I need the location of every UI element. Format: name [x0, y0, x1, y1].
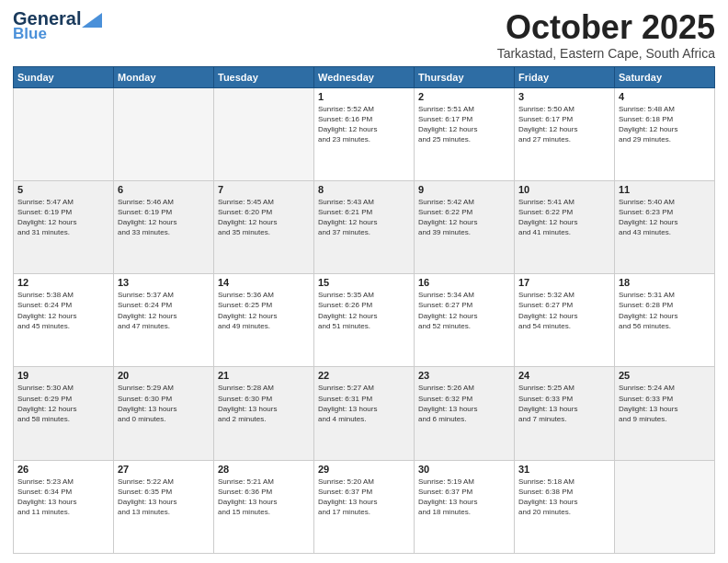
calendar-cell	[14, 87, 114, 180]
day-number: 3	[518, 91, 610, 102]
day-detail: Sunrise: 5:47 AM Sunset: 6:19 PM Dayligh…	[17, 197, 109, 238]
week-row-1: 1Sunrise: 5:52 AM Sunset: 6:16 PM Daylig…	[14, 87, 715, 180]
calendar-cell: 27Sunrise: 5:22 AM Sunset: 6:35 PM Dayli…	[114, 460, 214, 553]
calendar-cell: 22Sunrise: 5:27 AM Sunset: 6:31 PM Dayli…	[314, 367, 415, 460]
header: General Blue October 2025 Tarkastad, Eas…	[13, 9, 715, 61]
day-number: 21	[218, 370, 310, 381]
calendar-cell: 16Sunrise: 5:34 AM Sunset: 6:27 PM Dayli…	[415, 274, 515, 367]
calendar-cell: 14Sunrise: 5:36 AM Sunset: 6:25 PM Dayli…	[214, 274, 314, 367]
day-detail: Sunrise: 5:51 AM Sunset: 6:17 PM Dayligh…	[418, 104, 510, 145]
calendar-cell: 19Sunrise: 5:30 AM Sunset: 6:29 PM Dayli…	[14, 367, 114, 460]
day-number: 11	[619, 184, 711, 195]
calendar-table: SundayMondayTuesdayWednesdayThursdayFrid…	[13, 66, 715, 554]
calendar-cell: 29Sunrise: 5:20 AM Sunset: 6:37 PM Dayli…	[314, 460, 415, 553]
day-detail: Sunrise: 5:35 AM Sunset: 6:26 PM Dayligh…	[318, 290, 410, 331]
week-row-2: 5Sunrise: 5:47 AM Sunset: 6:19 PM Daylig…	[14, 180, 715, 273]
day-number: 7	[218, 184, 310, 195]
day-number: 31	[518, 464, 610, 475]
calendar-cell: 26Sunrise: 5:23 AM Sunset: 6:34 PM Dayli…	[14, 460, 114, 553]
weekday-header-wednesday: Wednesday	[314, 66, 415, 87]
calendar-cell: 11Sunrise: 5:40 AM Sunset: 6:23 PM Dayli…	[615, 180, 715, 273]
day-detail: Sunrise: 5:25 AM Sunset: 6:33 PM Dayligh…	[518, 383, 610, 424]
calendar-cell: 21Sunrise: 5:28 AM Sunset: 6:30 PM Dayli…	[214, 367, 314, 460]
calendar-cell: 28Sunrise: 5:21 AM Sunset: 6:36 PM Dayli…	[214, 460, 314, 553]
weekday-header-saturday: Saturday	[615, 66, 715, 87]
weekday-header-thursday: Thursday	[415, 66, 515, 87]
day-number: 8	[318, 184, 410, 195]
calendar-cell: 12Sunrise: 5:38 AM Sunset: 6:24 PM Dayli…	[14, 274, 114, 367]
day-detail: Sunrise: 5:42 AM Sunset: 6:22 PM Dayligh…	[418, 197, 510, 238]
day-number: 10	[518, 184, 610, 195]
calendar-cell: 13Sunrise: 5:37 AM Sunset: 6:24 PM Dayli…	[114, 274, 214, 367]
day-number: 24	[518, 370, 610, 381]
day-detail: Sunrise: 5:37 AM Sunset: 6:24 PM Dayligh…	[118, 290, 210, 331]
day-number: 19	[17, 370, 109, 381]
day-number: 6	[118, 184, 210, 195]
calendar-cell: 20Sunrise: 5:29 AM Sunset: 6:30 PM Dayli…	[114, 367, 214, 460]
day-number: 26	[17, 464, 109, 475]
day-detail: Sunrise: 5:29 AM Sunset: 6:30 PM Dayligh…	[118, 383, 210, 424]
day-number: 5	[17, 184, 109, 195]
day-detail: Sunrise: 5:27 AM Sunset: 6:31 PM Dayligh…	[318, 383, 410, 424]
calendar-cell: 2Sunrise: 5:51 AM Sunset: 6:17 PM Daylig…	[415, 87, 515, 180]
calendar-cell: 18Sunrise: 5:31 AM Sunset: 6:28 PM Dayli…	[615, 274, 715, 367]
calendar-cell: 5Sunrise: 5:47 AM Sunset: 6:19 PM Daylig…	[14, 180, 114, 273]
calendar-cell: 31Sunrise: 5:18 AM Sunset: 6:38 PM Dayli…	[515, 460, 615, 553]
weekday-header-tuesday: Tuesday	[214, 66, 314, 87]
calendar-cell: 1Sunrise: 5:52 AM Sunset: 6:16 PM Daylig…	[314, 87, 415, 180]
weekday-header-friday: Friday	[515, 66, 615, 87]
svg-marker-0	[82, 13, 102, 28]
day-detail: Sunrise: 5:45 AM Sunset: 6:20 PM Dayligh…	[218, 197, 310, 238]
location: Tarkastad, Eastern Cape, South Africa	[497, 46, 715, 61]
day-number: 1	[318, 91, 410, 102]
calendar-cell: 3Sunrise: 5:50 AM Sunset: 6:17 PM Daylig…	[515, 87, 615, 180]
day-number: 12	[17, 277, 109, 288]
day-detail: Sunrise: 5:40 AM Sunset: 6:23 PM Dayligh…	[619, 197, 711, 238]
day-number: 18	[619, 277, 711, 288]
day-detail: Sunrise: 5:22 AM Sunset: 6:35 PM Dayligh…	[118, 477, 210, 518]
day-detail: Sunrise: 5:31 AM Sunset: 6:28 PM Dayligh…	[619, 290, 711, 331]
calendar-cell: 25Sunrise: 5:24 AM Sunset: 6:33 PM Dayli…	[615, 367, 715, 460]
day-number: 13	[118, 277, 210, 288]
calendar-cell: 24Sunrise: 5:25 AM Sunset: 6:33 PM Dayli…	[515, 367, 615, 460]
day-number: 2	[418, 91, 510, 102]
calendar-cell: 9Sunrise: 5:42 AM Sunset: 6:22 PM Daylig…	[415, 180, 515, 273]
day-number: 30	[418, 464, 510, 475]
day-number: 17	[518, 277, 610, 288]
calendar-cell: 15Sunrise: 5:35 AM Sunset: 6:26 PM Dayli…	[314, 274, 415, 367]
logo: General Blue	[13, 9, 103, 41]
day-number: 20	[118, 370, 210, 381]
day-detail: Sunrise: 5:41 AM Sunset: 6:22 PM Dayligh…	[518, 197, 610, 238]
day-number: 29	[318, 464, 410, 475]
calendar-cell: 7Sunrise: 5:45 AM Sunset: 6:20 PM Daylig…	[214, 180, 314, 273]
calendar-cell: 17Sunrise: 5:32 AM Sunset: 6:27 PM Dayli…	[515, 274, 615, 367]
weekday-header-monday: Monday	[114, 66, 214, 87]
title-area: October 2025 Tarkastad, Eastern Cape, So…	[497, 9, 715, 61]
day-detail: Sunrise: 5:21 AM Sunset: 6:36 PM Dayligh…	[218, 477, 310, 518]
logo-blue: Blue	[13, 26, 47, 41]
day-number: 4	[619, 91, 711, 102]
day-number: 22	[318, 370, 410, 381]
day-detail: Sunrise: 5:52 AM Sunset: 6:16 PM Dayligh…	[318, 104, 410, 145]
calendar-cell: 6Sunrise: 5:46 AM Sunset: 6:19 PM Daylig…	[114, 180, 214, 273]
week-row-3: 12Sunrise: 5:38 AM Sunset: 6:24 PM Dayli…	[14, 274, 715, 367]
day-detail: Sunrise: 5:36 AM Sunset: 6:25 PM Dayligh…	[218, 290, 310, 331]
day-number: 25	[619, 370, 711, 381]
day-number: 9	[418, 184, 510, 195]
calendar-cell: 30Sunrise: 5:19 AM Sunset: 6:37 PM Dayli…	[415, 460, 515, 553]
day-number: 14	[218, 277, 310, 288]
week-row-5: 26Sunrise: 5:23 AM Sunset: 6:34 PM Dayli…	[14, 460, 715, 553]
day-detail: Sunrise: 5:30 AM Sunset: 6:29 PM Dayligh…	[17, 383, 109, 424]
calendar-cell: 10Sunrise: 5:41 AM Sunset: 6:22 PM Dayli…	[515, 180, 615, 273]
day-detail: Sunrise: 5:23 AM Sunset: 6:34 PM Dayligh…	[17, 477, 109, 518]
day-detail: Sunrise: 5:48 AM Sunset: 6:18 PM Dayligh…	[619, 104, 711, 145]
calendar-cell: 8Sunrise: 5:43 AM Sunset: 6:21 PM Daylig…	[314, 180, 415, 273]
calendar-cell: 4Sunrise: 5:48 AM Sunset: 6:18 PM Daylig…	[615, 87, 715, 180]
week-row-4: 19Sunrise: 5:30 AM Sunset: 6:29 PM Dayli…	[14, 367, 715, 460]
day-detail: Sunrise: 5:26 AM Sunset: 6:32 PM Dayligh…	[418, 383, 510, 424]
day-detail: Sunrise: 5:32 AM Sunset: 6:27 PM Dayligh…	[518, 290, 610, 331]
day-detail: Sunrise: 5:43 AM Sunset: 6:21 PM Dayligh…	[318, 197, 410, 238]
weekday-header-sunday: Sunday	[14, 66, 114, 87]
page: General Blue October 2025 Tarkastad, Eas…	[0, 0, 728, 563]
day-detail: Sunrise: 5:38 AM Sunset: 6:24 PM Dayligh…	[17, 290, 109, 331]
